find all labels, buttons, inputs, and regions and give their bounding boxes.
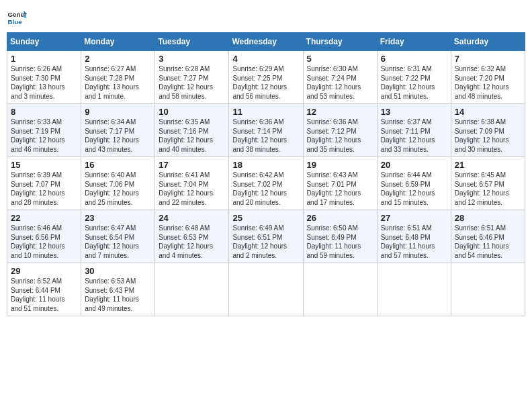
header: General Blue — [7, 7, 525, 27]
calendar-cell: 14Sunrise: 6:38 AMSunset: 7:09 PMDayligh… — [451, 104, 525, 157]
day-number: 26 — [307, 213, 373, 223]
calendar-cell: 7Sunrise: 6:32 AMSunset: 7:20 PMDaylight… — [451, 51, 525, 104]
day-info: Sunrise: 6:43 AMSunset: 7:01 PMDaylight:… — [307, 171, 373, 207]
day-number: 25 — [232, 213, 299, 223]
day-number: 27 — [381, 213, 447, 223]
calendar-cell: 24Sunrise: 6:48 AMSunset: 6:53 PMDayligh… — [155, 210, 229, 263]
day-number: 12 — [307, 107, 373, 117]
day-number: 1 — [11, 54, 77, 64]
day-info: Sunrise: 6:27 AMSunset: 7:28 PMDaylight:… — [85, 64, 151, 101]
logo-icon: General Blue — [7, 7, 27, 27]
weekday-header-monday: Monday — [81, 33, 155, 51]
calendar-cell: 15Sunrise: 6:39 AMSunset: 7:07 PMDayligh… — [7, 157, 81, 210]
calendar-cell: 16Sunrise: 6:40 AMSunset: 7:06 PMDayligh… — [81, 157, 155, 210]
day-info: Sunrise: 6:31 AMSunset: 7:22 PMDaylight:… — [381, 64, 447, 101]
day-info: Sunrise: 6:52 AMSunset: 6:44 PMDaylight:… — [11, 277, 77, 313]
day-info: Sunrise: 6:42 AMSunset: 7:02 PMDaylight:… — [232, 171, 299, 207]
calendar-cell: 22Sunrise: 6:46 AMSunset: 6:56 PMDayligh… — [7, 210, 81, 263]
calendar-cell: 8Sunrise: 6:33 AMSunset: 7:19 PMDaylight… — [7, 104, 81, 157]
day-number: 18 — [232, 160, 299, 170]
day-number: 10 — [159, 107, 225, 117]
weekday-header-sunday: Sunday — [7, 33, 81, 51]
calendar-cell — [377, 263, 451, 316]
day-number: 17 — [159, 160, 225, 170]
calendar-cell: 25Sunrise: 6:49 AMSunset: 6:51 PMDayligh… — [229, 210, 303, 263]
calendar-cell: 2Sunrise: 6:27 AMSunset: 7:28 PMDaylight… — [81, 51, 155, 104]
day-number: 29 — [11, 266, 77, 276]
day-info: Sunrise: 6:50 AMSunset: 6:49 PMDaylight:… — [307, 224, 373, 260]
weekday-header-saturday: Saturday — [451, 33, 525, 51]
day-info: Sunrise: 6:48 AMSunset: 6:53 PMDaylight:… — [159, 224, 225, 260]
day-info: Sunrise: 6:34 AMSunset: 7:17 PMDaylight:… — [85, 118, 151, 154]
day-number: 2 — [85, 54, 151, 64]
calendar-cell: 20Sunrise: 6:44 AMSunset: 6:59 PMDayligh… — [377, 157, 451, 210]
calendar-cell: 6Sunrise: 6:31 AMSunset: 7:22 PMDaylight… — [377, 51, 451, 104]
day-info: Sunrise: 6:36 AMSunset: 7:14 PMDaylight:… — [232, 118, 299, 154]
weekday-header-friday: Friday — [377, 33, 451, 51]
week-row-2: 8Sunrise: 6:33 AMSunset: 7:19 PMDaylight… — [7, 104, 525, 157]
day-number: 7 — [455, 54, 521, 64]
day-info: Sunrise: 6:26 AMSunset: 7:30 PMDaylight:… — [11, 64, 77, 101]
calendar-cell: 17Sunrise: 6:41 AMSunset: 7:04 PMDayligh… — [155, 157, 229, 210]
calendar-cell: 28Sunrise: 6:51 AMSunset: 6:46 PMDayligh… — [451, 210, 525, 263]
calendar-cell: 12Sunrise: 6:36 AMSunset: 7:12 PMDayligh… — [303, 104, 377, 157]
calendar-cell: 23Sunrise: 6:47 AMSunset: 6:54 PMDayligh… — [81, 210, 155, 263]
week-row-5: 29Sunrise: 6:52 AMSunset: 6:44 PMDayligh… — [7, 263, 525, 316]
day-number: 22 — [11, 213, 77, 223]
calendar-cell: 11Sunrise: 6:36 AMSunset: 7:14 PMDayligh… — [229, 104, 303, 157]
calendar-table: SundayMondayTuesdayWednesdayThursdayFrid… — [7, 32, 525, 316]
day-info: Sunrise: 6:35 AMSunset: 7:16 PMDaylight:… — [159, 118, 225, 154]
calendar-cell — [451, 263, 525, 316]
calendar-cell: 18Sunrise: 6:42 AMSunset: 7:02 PMDayligh… — [229, 157, 303, 210]
calendar-cell: 13Sunrise: 6:37 AMSunset: 7:11 PMDayligh… — [377, 104, 451, 157]
day-info: Sunrise: 6:32 AMSunset: 7:20 PMDaylight:… — [455, 64, 521, 101]
day-number: 19 — [307, 160, 373, 170]
day-number: 20 — [381, 160, 447, 170]
day-info: Sunrise: 6:49 AMSunset: 6:51 PMDaylight:… — [232, 224, 299, 260]
calendar-cell: 21Sunrise: 6:45 AMSunset: 6:57 PMDayligh… — [451, 157, 525, 210]
day-info: Sunrise: 6:41 AMSunset: 7:04 PMDaylight:… — [159, 171, 225, 207]
day-number: 16 — [85, 160, 151, 170]
day-info: Sunrise: 6:53 AMSunset: 6:43 PMDaylight:… — [85, 277, 151, 313]
day-info: Sunrise: 6:45 AMSunset: 6:57 PMDaylight:… — [455, 171, 521, 207]
calendar-cell: 19Sunrise: 6:43 AMSunset: 7:01 PMDayligh… — [303, 157, 377, 210]
day-number: 8 — [11, 107, 77, 117]
calendar-cell: 29Sunrise: 6:52 AMSunset: 6:44 PMDayligh… — [7, 263, 81, 316]
week-row-1: 1Sunrise: 6:26 AMSunset: 7:30 PMDaylight… — [7, 51, 525, 104]
day-info: Sunrise: 6:46 AMSunset: 6:56 PMDaylight:… — [11, 224, 77, 260]
day-number: 13 — [381, 107, 447, 117]
day-info: Sunrise: 6:29 AMSunset: 7:25 PMDaylight:… — [232, 64, 299, 101]
day-number: 4 — [232, 54, 299, 64]
day-info: Sunrise: 6:36 AMSunset: 7:12 PMDaylight:… — [307, 118, 373, 154]
calendar-cell: 1Sunrise: 6:26 AMSunset: 7:30 PMDaylight… — [7, 51, 81, 104]
calendar-cell: 10Sunrise: 6:35 AMSunset: 7:16 PMDayligh… — [155, 104, 229, 157]
day-number: 14 — [455, 107, 521, 117]
calendar-cell: 27Sunrise: 6:51 AMSunset: 6:48 PMDayligh… — [377, 210, 451, 263]
day-info: Sunrise: 6:51 AMSunset: 6:48 PMDaylight:… — [381, 224, 447, 260]
day-info: Sunrise: 6:51 AMSunset: 6:46 PMDaylight:… — [455, 224, 521, 260]
calendar-cell — [303, 263, 377, 316]
calendar-cell: 26Sunrise: 6:50 AMSunset: 6:49 PMDayligh… — [303, 210, 377, 263]
calendar-cell: 9Sunrise: 6:34 AMSunset: 7:17 PMDaylight… — [81, 104, 155, 157]
calendar-cell — [229, 263, 303, 316]
day-number: 9 — [85, 107, 151, 117]
day-info: Sunrise: 6:44 AMSunset: 6:59 PMDaylight:… — [381, 171, 447, 207]
calendar-cell: 4Sunrise: 6:29 AMSunset: 7:25 PMDaylight… — [229, 51, 303, 104]
calendar-cell: 3Sunrise: 6:28 AMSunset: 7:27 PMDaylight… — [155, 51, 229, 104]
calendar-cell: 5Sunrise: 6:30 AMSunset: 7:24 PMDaylight… — [303, 51, 377, 104]
day-info: Sunrise: 6:33 AMSunset: 7:19 PMDaylight:… — [11, 118, 77, 154]
day-number: 23 — [85, 213, 151, 223]
day-info: Sunrise: 6:30 AMSunset: 7:24 PMDaylight:… — [307, 64, 373, 101]
day-number: 15 — [11, 160, 77, 170]
day-number: 11 — [232, 107, 299, 117]
day-number: 24 — [159, 213, 225, 223]
day-info: Sunrise: 6:37 AMSunset: 7:11 PMDaylight:… — [381, 118, 447, 154]
day-info: Sunrise: 6:47 AMSunset: 6:54 PMDaylight:… — [85, 224, 151, 260]
svg-text:Blue: Blue — [8, 18, 23, 26]
day-number: 6 — [381, 54, 447, 64]
weekday-header-tuesday: Tuesday — [155, 33, 229, 51]
day-info: Sunrise: 6:28 AMSunset: 7:27 PMDaylight:… — [159, 64, 225, 101]
weekday-header-thursday: Thursday — [303, 33, 377, 51]
day-number: 5 — [307, 54, 373, 64]
week-row-4: 22Sunrise: 6:46 AMSunset: 6:56 PMDayligh… — [7, 210, 525, 263]
